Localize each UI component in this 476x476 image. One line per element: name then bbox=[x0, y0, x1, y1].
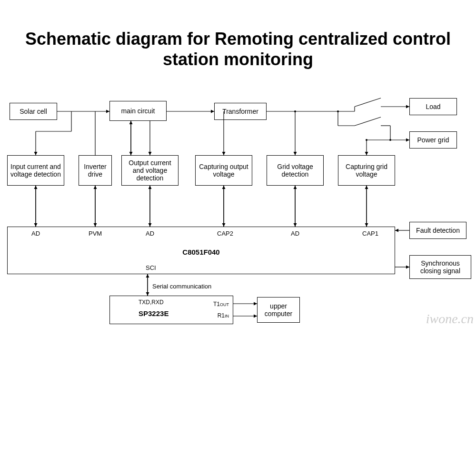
block-solar-cell: Solar cell bbox=[10, 103, 57, 120]
diagram-title: Schematic diagram for Remoting centraliz… bbox=[0, 0, 476, 89]
label-t1out: T1OUT bbox=[213, 301, 229, 307]
port-ad3: AD bbox=[291, 230, 299, 237]
block-input-detection: Input current and voltage detection bbox=[7, 155, 64, 186]
block-sp3223e: TXD,RXD SP3223E T1OUT R1IN bbox=[109, 296, 233, 324]
block-power-grid: Power grid bbox=[409, 131, 457, 149]
svg-point-27 bbox=[294, 110, 296, 112]
watermark: iwone.cn bbox=[426, 311, 474, 327]
port-ad2: AD bbox=[146, 230, 154, 237]
svg-point-25 bbox=[366, 139, 367, 141]
label-txd-rxd: TXD,RXD bbox=[139, 299, 164, 306]
block-sync-closing: Synchronous closing signal bbox=[409, 255, 471, 279]
chip-name: SP3223E bbox=[139, 309, 169, 317]
svg-point-26 bbox=[337, 110, 339, 112]
block-output-detection: Output current and voltage detection bbox=[121, 155, 178, 186]
svg-point-12 bbox=[389, 139, 391, 141]
block-upper-computer: upper computer bbox=[257, 297, 300, 323]
port-cap1: CAP1 bbox=[362, 230, 378, 237]
block-capturing-output: Capturing output voltage bbox=[195, 155, 252, 186]
port-cap2: CAP2 bbox=[217, 230, 233, 237]
label-r1in: R1IN bbox=[218, 312, 229, 319]
block-inverter-drive: Inverter drive bbox=[79, 155, 112, 186]
mcu-name: C8051F040 bbox=[182, 248, 219, 256]
diagram-canvas: Solar cell main circuit Transformer Load… bbox=[0, 89, 476, 422]
block-load: Load bbox=[409, 98, 457, 115]
block-grid-voltage: Grid voltage detection bbox=[267, 155, 324, 186]
block-transformer: Transformer bbox=[214, 103, 267, 120]
port-sci: SCI bbox=[146, 264, 156, 271]
port-pvm: PVM bbox=[89, 230, 102, 237]
label-serial-comm: Serial communication bbox=[152, 283, 211, 290]
port-ad1: AD bbox=[31, 230, 40, 237]
svg-line-4 bbox=[355, 98, 381, 107]
block-main-circuit: main circuit bbox=[109, 101, 167, 121]
block-capturing-grid: Capturing grid voltage bbox=[338, 155, 395, 186]
block-mcu: AD PVM AD CAP2 AD CAP1 C8051F040 SCI bbox=[7, 227, 395, 274]
svg-line-8 bbox=[355, 117, 381, 126]
block-fault-detection: Fault detection bbox=[409, 222, 466, 239]
